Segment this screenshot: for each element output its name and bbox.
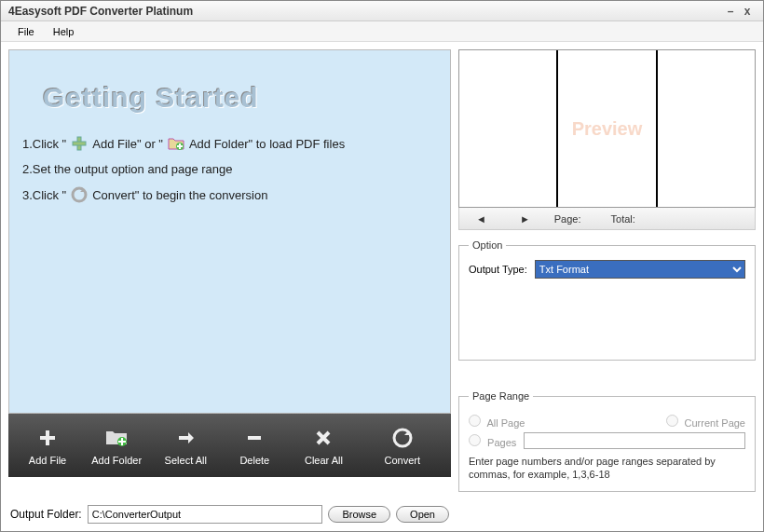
convert-button[interactable]: Convert <box>359 421 445 470</box>
preview-container: Preview ◄ ► Page: Total: <box>458 49 756 230</box>
getting-started-title: Getting Started <box>43 82 437 114</box>
next-page-button[interactable]: ► <box>511 213 539 225</box>
action-toolbar: Add File Add Folder Select All <box>8 414 451 477</box>
output-type-row: Output Type: Txt Format <box>469 260 745 279</box>
svg-rect-7 <box>40 436 55 440</box>
right-pane: Preview ◄ ► Page: Total: Option Output T… <box>458 49 756 524</box>
minimize-button[interactable]: – <box>722 5 739 18</box>
plus-icon <box>70 134 89 153</box>
output-type-select[interactable]: Txt Format <box>535 260 745 279</box>
app-window: 4Easysoft PDF Converter Platinum – x Fil… <box>0 0 764 532</box>
open-button[interactable]: Open <box>396 506 449 523</box>
minus-icon <box>244 425 265 451</box>
all-page-radio[interactable]: All Page <box>469 415 525 429</box>
option-group: Option Output Type: Txt Format <box>458 239 756 361</box>
output-type-label: Output Type: <box>469 264 527 275</box>
title-bar: 4Easysoft PDF Converter Platinum – x <box>1 1 763 21</box>
svg-rect-4 <box>177 145 183 147</box>
content-area: Getting Started 1.Click " Add File" or "… <box>1 42 763 531</box>
svg-rect-1 <box>73 142 86 145</box>
clear-all-button[interactable]: Clear All <box>290 421 357 470</box>
menu-file[interactable]: File <box>8 24 44 39</box>
add-folder-button[interactable]: Add Folder <box>83 421 150 470</box>
page-label: Page: <box>554 213 581 225</box>
page-range-row-2: Pages <box>469 432 745 449</box>
output-folder-input[interactable] <box>88 505 323 524</box>
preview-pane: Preview <box>458 49 756 208</box>
output-folder-row: Output Folder: Browse Open <box>8 505 451 524</box>
preview-pager: ◄ ► Page: Total: <box>458 208 756 230</box>
refresh-icon <box>390 425 415 451</box>
select-all-button[interactable]: Select All <box>152 421 219 470</box>
plus-icon <box>37 425 58 451</box>
page-range-hint: Enter page numbers and/or page ranges se… <box>469 455 745 482</box>
window-title: 4Easysoft PDF Converter Platinum <box>8 5 722 18</box>
browse-button[interactable]: Browse <box>328 506 390 523</box>
page-range-row-1: All Page Current Page <box>469 415 745 429</box>
page-range-legend: Page Range <box>469 390 533 402</box>
step-2: 2.Set the output option and page range <box>22 162 437 176</box>
page-range-group: Page Range All Page Current Page Pages E… <box>458 390 756 492</box>
total-label: Total: <box>611 213 635 225</box>
arrow-right-icon <box>175 425 196 451</box>
step-3: 3.Click " Convert" to begin the conversi… <box>22 185 437 204</box>
menu-help[interactable]: Help <box>44 24 84 39</box>
add-file-button[interactable]: Add File <box>14 421 81 470</box>
folder-plus-icon <box>104 425 129 451</box>
getting-started-panel: Getting Started 1.Click " Add File" or "… <box>8 49 451 414</box>
convert-icon <box>70 185 89 204</box>
current-page-radio[interactable]: Current Page <box>666 415 746 429</box>
close-button[interactable]: x <box>739 5 756 18</box>
folder-plus-icon <box>167 134 185 153</box>
svg-rect-11 <box>248 436 261 440</box>
svg-rect-10 <box>118 441 126 443</box>
prev-page-button[interactable]: ◄ <box>467 213 496 225</box>
step-1: 1.Click " Add File" or " Add Folder" to … <box>22 134 437 153</box>
preview-label: Preview <box>572 118 643 140</box>
delete-button[interactable]: Delete <box>221 421 288 470</box>
left-pane: Getting Started 1.Click " Add File" or "… <box>8 49 451 524</box>
pages-radio[interactable]: Pages <box>469 434 516 448</box>
x-icon <box>313 425 334 451</box>
option-legend: Option <box>469 239 506 251</box>
pages-input[interactable] <box>524 432 745 449</box>
menu-bar: File Help <box>1 21 763 42</box>
output-folder-label: Output Folder: <box>10 508 82 521</box>
